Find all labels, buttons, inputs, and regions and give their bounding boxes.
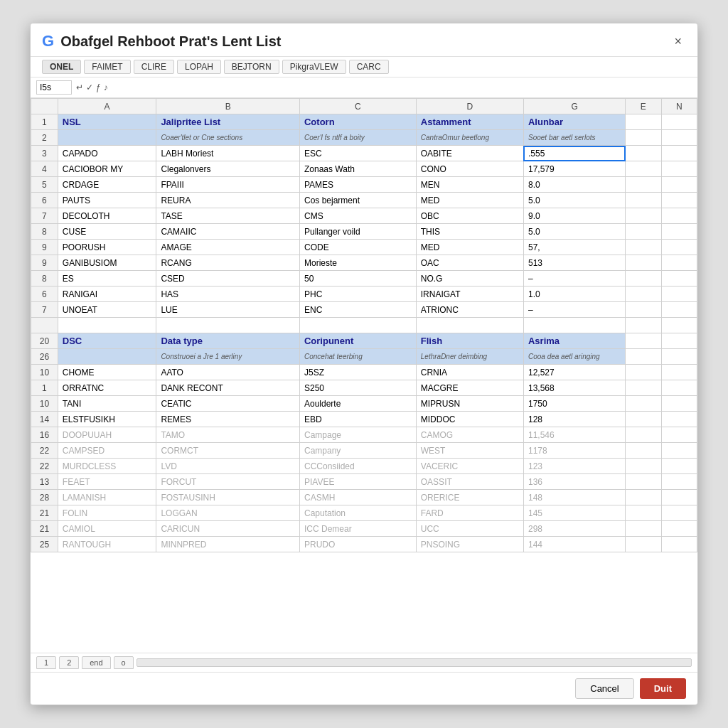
tab-lopah[interactable]: LOPAH (177, 60, 221, 74)
col-header-n: N (661, 99, 697, 114)
tab-onel[interactable]: ONEL (42, 60, 81, 74)
tab-clire[interactable]: CLIRE (134, 60, 174, 74)
s2-header-c[interactable]: Coripunent (299, 333, 416, 349)
cell-e3 (626, 146, 661, 161)
col-header-g: G (523, 99, 625, 114)
tab-bejtorn[interactable]: BEJTORN (224, 60, 279, 74)
table-row (31, 318, 697, 333)
formula-icons: ↵ ✓ ƒ ♪ (76, 82, 108, 92)
table-row: 22 MURDCLESS LVD CCConsiided VACERIC 123 (31, 459, 697, 474)
table-row: 8 CUSE CAMAIIC Pullanger voild THIS 5.0 (31, 224, 697, 240)
table-row: 7 UNOEAT LUE ENC ATRIONC – (31, 302, 697, 318)
s1-subheader-n (661, 130, 697, 146)
function-icon: ƒ (96, 82, 101, 92)
s2-header-a[interactable]: DSC (58, 333, 156, 349)
s1-subheader-g: Sooet bar aetl serlots (523, 130, 625, 146)
table-row: 9 POORUSH AMAGE CODE MED 57, (31, 240, 697, 255)
table-row: 14 ELSTFUSIKH REMES EBD MIDDOC 128 (31, 412, 697, 427)
table-row: 7 DECOLOTH TASE CMS OBC 9.0 (31, 208, 697, 224)
cell-d3[interactable]: OABITE (416, 146, 523, 161)
tab-pikgraview[interactable]: PikgraVLEW (282, 60, 346, 74)
bottom-bar: 1 2 end o (31, 653, 697, 672)
cell-n3 (661, 146, 697, 161)
tab-carc[interactable]: CARC (349, 60, 389, 74)
horizontal-scrollbar[interactable] (136, 658, 692, 667)
table-row: 5 CRDAGE FPAIII PAMES MEN 8.0 (31, 177, 697, 193)
enter-icon: ↵ (76, 82, 83, 92)
formula-bar: ↵ ✓ ƒ ♪ (31, 77, 697, 98)
s1-header-g[interactable]: Alunbar (523, 114, 625, 130)
row-num: 1 (31, 114, 58, 130)
s1-subheader-b: Coaer'tlet or Cne sections (156, 130, 300, 146)
title-bar: G Obafgel Rehboot Prat's Lent List × (31, 23, 697, 57)
table-row: 8 ES CSED 50 NO.G – (31, 271, 697, 287)
cell-c4[interactable]: Zonaas Wath (299, 161, 416, 177)
col-header-d: D (416, 99, 523, 114)
col-header-a: A (58, 99, 156, 114)
table-row: 1 ORRATNC DANK RECONT S250 MACGRE 13,568 (31, 380, 697, 396)
cell-c3[interactable]: ESC (299, 146, 416, 161)
cell-g3[interactable]: .555 (523, 146, 625, 161)
cell-d4[interactable]: CONO (416, 161, 523, 177)
table-row: 21 CAMIOL CARICUN ICC Demear UCC 298 (31, 521, 697, 537)
dialog: G Obafgel Rehboot Prat's Lent List × ONE… (30, 23, 698, 705)
duit-button[interactable]: Duit (640, 678, 686, 699)
sheet-tab-2[interactable]: 2 (59, 656, 79, 669)
cancel-button[interactable]: Cancel (575, 678, 633, 699)
table-row: 28 LAMANISH FOSTAUSINH CASMH ORERICE 148 (31, 490, 697, 505)
row-num: 3 (31, 146, 58, 161)
dialog-title: Obafgel Rehboot Prat's Lent List (60, 33, 281, 50)
sheet-tab-end[interactable]: end (82, 656, 110, 669)
s2-header-b[interactable]: Data type (156, 333, 300, 349)
close-button[interactable]: × (670, 33, 686, 50)
row-num: 4 (31, 161, 58, 177)
sheet-tab-1[interactable]: 1 (36, 656, 56, 669)
corner-header (31, 99, 58, 114)
tab-faimet[interactable]: FAIMET (84, 60, 130, 74)
col-header-b: B (156, 99, 300, 114)
table-row: 21 FOLIN LOGGAN Caputation FARD 145 (31, 505, 697, 521)
sheet-tab-o[interactable]: o (114, 656, 134, 669)
google-logo: G (42, 32, 53, 50)
spreadsheet-container[interactable]: A B C D G E N 1 NSL Jalipritee List Coto… (31, 98, 697, 653)
table-row: 4 CACIOBOR MY Clegalonvers Zonaas Wath C… (31, 161, 697, 177)
table-row: 20 DSC Data type Coripunent Flish Asrima (31, 333, 697, 349)
s1-e-empty (626, 114, 661, 130)
table-row: 3 CAPADO LABH Moriest ESC OABITE .555 (31, 146, 697, 161)
cell-a3[interactable]: CAPADO (58, 146, 156, 161)
s1-header-d[interactable]: Astamment (416, 114, 523, 130)
cell-b3[interactable]: LABH Moriest (156, 146, 300, 161)
toolbar: ONEL FAIMET CLIRE LOPAH BEJTORN PikgraVL… (31, 57, 697, 77)
table-row: 13 FEAET FORCUT PIAVEE OASSIT 136 (31, 474, 697, 490)
table-row: 16 DOOPUUAH TAMO Campage CAMOG 11,546 (31, 427, 697, 443)
spreadsheet: A B C D G E N 1 NSL Jalipritee List Coto… (31, 98, 697, 552)
s1-header-a[interactable]: NSL (58, 114, 156, 130)
s1-header-c[interactable]: Cotorn (299, 114, 416, 130)
s1-n-empty (661, 114, 697, 130)
s2-header-d[interactable]: Flish (416, 333, 523, 349)
table-row: 6 PAUTS REURA Cos bejarment MED 5.0 (31, 193, 697, 208)
table-row: 10 TANI CEATIC Aoulderte MIPRUSN 1750 (31, 396, 697, 412)
s1-subheader-c: Coer'l fs ntlf a boity (299, 130, 416, 146)
s1-subheader-d: CantraOmur beetlong (416, 130, 523, 146)
table-row: 9 GANIBUSIOM RCANG Morieste OAC 513 (31, 255, 697, 271)
table-row: 6 RANIGAI HAS PHC IRNAIGAT 1.0 (31, 287, 697, 302)
s1-subheader-a (58, 130, 156, 146)
table-row: 25 RANTOUGH MINNPRED PRUDO PNSOING 144 (31, 537, 697, 552)
table-row: 1 NSL Jalipritee List Cotorn Astamment A… (31, 114, 697, 130)
s1-subheader-e (626, 130, 661, 146)
table-row: 22 CAMPSED CORMCT Campany WEST 1178 (31, 443, 697, 459)
footer-buttons: Cancel Duit (31, 672, 697, 705)
cell-g4[interactable]: 17,579 (523, 161, 625, 177)
s1-header-b[interactable]: Jalipritee List (156, 114, 300, 130)
s2-header-g[interactable]: Asrima (523, 333, 625, 349)
checkmark-icon: ✓ (86, 82, 93, 92)
cell-reference[interactable] (36, 80, 72, 95)
table-row: 2 Coaer'tlet or Cne sections Coer'l fs n… (31, 130, 697, 146)
cell-a4[interactable]: CACIOBOR MY (58, 161, 156, 177)
table-row: 26 Construoei a Jre 1 aerliny Concehat t… (31, 349, 697, 365)
cell-b4[interactable]: Clegalonvers (156, 161, 300, 177)
music-icon: ♪ (104, 82, 108, 92)
row-num: 2 (31, 130, 58, 146)
s2-row-label: 20 (31, 333, 58, 349)
